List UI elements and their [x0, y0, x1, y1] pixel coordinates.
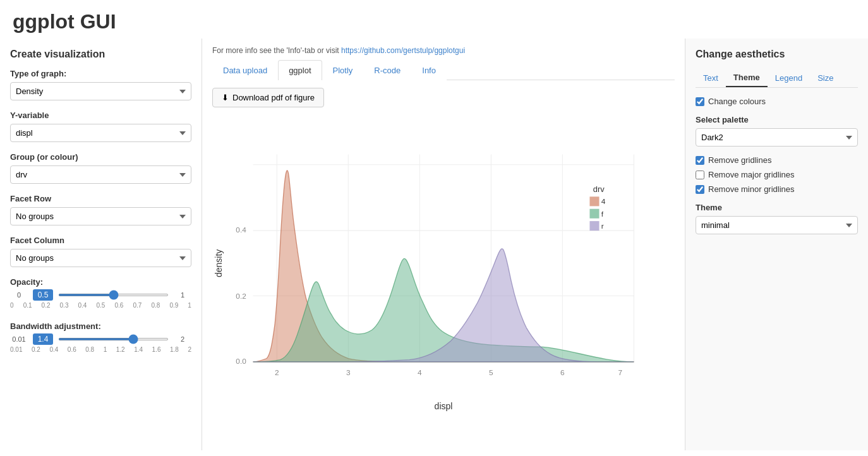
aes-tab-theme[interactable]: Theme — [726, 69, 768, 87]
remove-minor-gridlines-row: Remove minor gridlines — [696, 184, 858, 194]
svg-text:0.4: 0.4 — [236, 225, 246, 234]
bandwidth-slider[interactable] — [58, 338, 169, 340]
chart-area: displ density 0.0 0.2 0.4 2 3 4 5 6 7 — [212, 114, 675, 415]
opacity-min: 0 — [10, 291, 28, 299]
opacity-section: Opacity: 0 0.5 1 00.10.20.30.40.50.60.70… — [10, 277, 191, 309]
legend-label-f: f — [601, 210, 604, 219]
y-variable-group: Y-variable displ hwy cty cyl — [10, 111, 191, 142]
tab-plotly[interactable]: Plotly — [322, 60, 364, 80]
x-axis-label: displ — [435, 401, 453, 411]
info-bar-text: For more info see the 'Info'-tab or visi… — [212, 46, 341, 55]
info-bar: For more info see the 'Info'-tab or visi… — [212, 39, 675, 60]
change-colours-row: Change colours — [696, 97, 858, 106]
bandwidth-ticks: 0.010.20.40.60.811.21.41.61.82 — [10, 346, 191, 353]
bandwidth-value-badge: 1.4 — [33, 333, 53, 345]
select-palette-section: Select palette Dark2 Set1 Set2 Set3 Past… — [696, 115, 858, 147]
svg-text:5: 5 — [489, 368, 493, 377]
svg-text:7: 7 — [618, 368, 623, 377]
theme-label: Theme — [696, 203, 858, 212]
theme-select[interactable]: minimal classic bw dark light void — [696, 216, 858, 234]
opacity-value-badge: 0.5 — [33, 289, 53, 301]
legend-swatch-4 — [589, 196, 599, 206]
sidebar: Create visualization Type of graph: Dens… — [0, 39, 202, 450]
tab-data-upload[interactable]: Data upload — [212, 60, 278, 80]
remove-minor-gridlines-checkbox[interactable] — [696, 185, 704, 194]
remove-gridlines-checkbox[interactable] — [696, 156, 704, 165]
legend-title: drv — [593, 184, 605, 194]
right-panel: Change aesthetics Text Theme Legend Size… — [685, 39, 868, 450]
chart-svg: displ density 0.0 0.2 0.4 2 3 4 5 6 7 — [212, 114, 675, 413]
center-content: For more info see the 'Info'-tab or visi… — [202, 39, 685, 450]
gridlines-section: Remove gridlines Remove major gridlines … — [696, 155, 858, 194]
aes-tab-legend[interactable]: Legend — [768, 69, 810, 87]
svg-text:6: 6 — [560, 368, 565, 377]
facet-row-group: Facet Row No groups drv cyl class — [10, 194, 191, 225]
main-tabs: Data upload ggplot Plotly R-code Info — [212, 60, 675, 80]
group-colour-group: Group (or colour) drv cyl class fl — [10, 152, 191, 184]
svg-text:0.0: 0.0 — [236, 357, 246, 366]
download-pdf-button[interactable]: ⬇ Download pdf of figure — [212, 88, 324, 107]
tab-info[interactable]: Info — [411, 60, 447, 80]
remove-gridlines-label: Remove gridlines — [708, 155, 771, 165]
graph-type-group: Type of graph: Density Scatter Bar Histo… — [10, 69, 191, 100]
change-colours-label: Change colours — [708, 97, 766, 106]
opacity-slider[interactable] — [58, 294, 169, 296]
legend-label-r: r — [601, 222, 604, 231]
remove-major-gridlines-checkbox[interactable] — [696, 171, 704, 179]
remove-major-gridlines-label: Remove major gridlines — [708, 170, 795, 179]
tab-r-code[interactable]: R-code — [363, 60, 411, 80]
opacity-label: Opacity: — [10, 277, 191, 287]
select-palette-select[interactable]: Dark2 Set1 Set2 Set3 Pastel1 Pastel2 — [696, 128, 858, 147]
remove-major-gridlines-row: Remove major gridlines — [696, 170, 858, 179]
app-title: ggplot GUI — [0, 0, 868, 39]
info-bar-link[interactable]: https://github.com/gertstulp/ggplotgui — [341, 46, 465, 55]
y-variable-label: Y-variable — [10, 111, 191, 120]
bandwidth-max: 2 — [174, 335, 191, 343]
svg-text:0.2: 0.2 — [236, 292, 246, 301]
theme-section: Theme minimal classic bw dark light void — [696, 203, 858, 234]
aes-tab-size[interactable]: Size — [810, 69, 841, 87]
group-colour-label: Group (or colour) — [10, 152, 191, 162]
sidebar-heading: Create visualization — [10, 49, 191, 60]
group-colour-select[interactable]: drv cyl class fl — [10, 165, 191, 184]
select-palette-label: Select palette — [696, 115, 858, 124]
graph-type-label: Type of graph: — [10, 69, 191, 78]
bandwidth-label: Bandwidth adjustment: — [10, 321, 191, 331]
y-variable-select[interactable]: displ hwy cty cyl — [10, 124, 191, 142]
y-axis-label: density — [214, 249, 224, 277]
aes-tab-text[interactable]: Text — [696, 69, 726, 87]
legend-label-4: 4 — [601, 197, 606, 206]
change-colours-checkbox[interactable] — [696, 97, 704, 106]
legend-swatch-f — [589, 209, 599, 219]
opacity-max: 1 — [174, 291, 191, 299]
aesthetics-tabs: Text Theme Legend Size — [696, 69, 858, 88]
facet-row-label: Facet Row — [10, 194, 191, 203]
svg-text:3: 3 — [346, 368, 351, 377]
opacity-ticks: 00.10.20.30.40.50.60.70.80.91 — [10, 302, 191, 309]
facet-row-select[interactable]: No groups drv cyl class — [10, 207, 191, 225]
remove-gridlines-row: Remove gridlines — [696, 155, 858, 165]
graph-type-select[interactable]: Density Scatter Bar Histogram Line Boxpl… — [10, 82, 191, 100]
tab-ggplot[interactable]: ggplot — [278, 60, 322, 80]
remove-minor-gridlines-label: Remove minor gridlines — [708, 184, 795, 194]
facet-column-group: Facet Column No groups drv cyl class — [10, 236, 191, 267]
download-btn-label: Download pdf of figure — [232, 93, 315, 102]
svg-text:2: 2 — [275, 368, 279, 377]
bandwidth-min: 0.01 — [10, 335, 28, 343]
download-icon: ⬇ — [222, 93, 229, 102]
change-colours-section: Change colours — [696, 97, 858, 106]
right-panel-heading: Change aesthetics — [696, 49, 858, 60]
bandwidth-section: Bandwidth adjustment: 0.01 1.4 2 0.010.2… — [10, 321, 191, 353]
svg-text:4: 4 — [418, 368, 422, 377]
legend-swatch-r — [589, 221, 599, 231]
facet-column-label: Facet Column — [10, 236, 191, 245]
facet-column-select[interactable]: No groups drv cyl class — [10, 249, 191, 267]
